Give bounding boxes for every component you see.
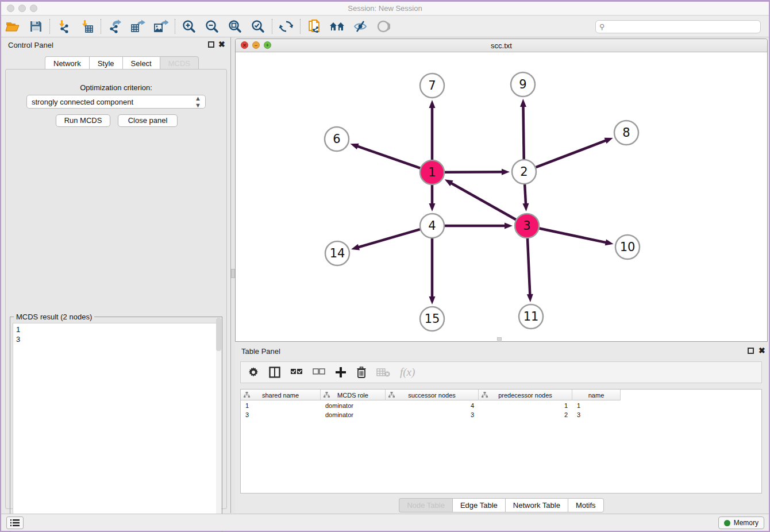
graph-node-14[interactable]: 14 xyxy=(325,241,349,265)
network-window-titlebar[interactable]: ✕ – + scc.txt xyxy=(236,39,767,52)
graph-node-8[interactable]: 8 xyxy=(614,121,638,145)
zoom-selected-icon[interactable] xyxy=(247,18,270,35)
column-header-name[interactable]: name xyxy=(572,390,621,400)
add-column-icon[interactable] xyxy=(335,367,346,378)
save-session-icon[interactable] xyxy=(24,18,47,35)
svg-text:15: 15 xyxy=(425,312,440,326)
graph-node-11[interactable]: 11 xyxy=(519,304,543,329)
svg-text:10: 10 xyxy=(620,240,636,254)
export-image-icon[interactable] xyxy=(149,18,172,35)
mcds-result-scrollbar[interactable] xyxy=(216,318,221,525)
close-panel-icon[interactable]: ✖ xyxy=(218,40,225,48)
table-header-row: shared nameMCDS rolesuccessor nodesprede… xyxy=(241,390,621,400)
table-cell[interactable]: 1 xyxy=(479,402,572,411)
open-file-icon[interactable] xyxy=(1,18,24,35)
svg-text:8: 8 xyxy=(622,126,630,140)
deselect-all-icon[interactable] xyxy=(313,368,325,376)
column-header-MCDS-role[interactable]: MCDS role xyxy=(321,390,386,400)
graph-edge-arrow-1-4 xyxy=(429,203,436,211)
table-cell[interactable]: 1 xyxy=(241,402,321,411)
optimization-criterion-select[interactable]: strongly connected component ▲▼ xyxy=(26,95,206,109)
table-cell[interactable]: 4 xyxy=(386,402,479,411)
tab-network-table[interactable]: Network Table xyxy=(505,498,568,512)
search-box[interactable]: ⚲ xyxy=(595,20,761,33)
zoom-out-icon[interactable] xyxy=(201,18,224,35)
graph-node-2[interactable]: 2 xyxy=(512,160,536,184)
settings-gear-icon[interactable] xyxy=(248,367,259,378)
graph-node-15[interactable]: 15 xyxy=(420,307,444,331)
clone-network-icon[interactable] xyxy=(303,18,326,35)
tab-motifs[interactable]: Motifs xyxy=(568,498,604,512)
graph-edge-1-6[interactable] xyxy=(357,146,420,168)
show-all-icon[interactable] xyxy=(372,18,395,35)
tab-edge-table[interactable]: Edge Table xyxy=(452,498,505,512)
close-table-panel-icon[interactable]: ✖ xyxy=(759,346,765,354)
svg-text:11: 11 xyxy=(523,310,539,323)
network-window-title: scc.txt xyxy=(236,41,767,50)
run-mcds-button[interactable]: Run MCDS xyxy=(56,114,110,127)
close-panel-button[interactable]: Close panel xyxy=(118,114,178,127)
graph-edge-2-8[interactable] xyxy=(536,140,607,167)
zoom-fit-icon[interactable] xyxy=(224,18,247,35)
network-graph[interactable]: 1234678910111415 xyxy=(236,52,767,341)
hide-selected-icon[interactable] xyxy=(349,18,372,35)
float-panel-icon[interactable] xyxy=(208,41,214,48)
main-titlebar: Session: New Session xyxy=(1,2,769,16)
main-toolbar: ⚲ xyxy=(1,16,769,37)
select-all-icon[interactable] xyxy=(290,368,303,376)
toolbar-separator xyxy=(49,19,50,34)
task-history-button[interactable] xyxy=(6,516,24,529)
graph-node-10[interactable]: 10 xyxy=(615,235,640,259)
export-table-icon[interactable] xyxy=(126,18,149,35)
graph-node-6[interactable]: 6 xyxy=(325,127,349,151)
graph-edge-2-3[interactable] xyxy=(525,184,526,205)
export-network-icon[interactable] xyxy=(103,18,126,35)
table-cell[interactable]: 3 xyxy=(572,411,621,420)
column-header-predecessor-nodes[interactable]: predecessor nodes xyxy=(479,390,572,400)
graph-edge-4-14[interactable] xyxy=(358,229,420,248)
panel-splitter[interactable] xyxy=(231,37,235,513)
column-header-successor-nodes[interactable]: successor nodes xyxy=(386,390,479,400)
graph-edge-arrow-2-9 xyxy=(520,99,526,107)
table-row[interactable]: 1dominator411 xyxy=(241,402,621,411)
table-cell[interactable]: 2 xyxy=(479,411,572,420)
column-view-icon[interactable] xyxy=(269,367,280,378)
import-network-icon[interactable] xyxy=(52,18,75,35)
network-canvas[interactable]: 1234678910111415 xyxy=(236,52,767,341)
graph-edge-2-9[interactable] xyxy=(523,106,523,159)
graph-node-1[interactable]: 1 xyxy=(420,160,444,184)
table-toolbar: f(x) xyxy=(240,361,762,383)
table-cell[interactable]: 3 xyxy=(241,411,321,420)
graph-node-9[interactable]: 9 xyxy=(511,72,535,97)
graph-node-4[interactable]: 4 xyxy=(420,214,444,238)
table-row[interactable]: 3dominator323 xyxy=(241,411,621,420)
zoom-in-icon[interactable] xyxy=(178,18,201,35)
first-neighbors-icon[interactable] xyxy=(326,18,349,35)
graph-edge-3-10[interactable] xyxy=(540,229,607,243)
table-cell[interactable]: dominator xyxy=(321,411,386,420)
graph-node-3[interactable]: 3 xyxy=(515,214,539,238)
graph-edge-arrow-3-1 xyxy=(445,179,453,186)
column-header-shared-name[interactable]: shared name xyxy=(241,390,321,400)
mcds-result-text[interactable]: 1 3 xyxy=(13,323,220,531)
graph-node-7[interactable]: 7 xyxy=(420,74,444,98)
float-table-panel-icon[interactable] xyxy=(748,348,754,354)
refresh-icon[interactable] xyxy=(275,18,298,35)
node-table[interactable]: shared nameMCDS rolesuccessor nodesprede… xyxy=(240,389,762,494)
graph-edge-arrow-4-14 xyxy=(351,244,360,250)
memory-button[interactable]: Memory xyxy=(718,516,764,529)
graph-edge-1-2[interactable] xyxy=(445,172,503,172)
tab-node-table[interactable]: Node Table xyxy=(399,498,452,512)
graph-edge-3-1[interactable] xyxy=(451,183,516,219)
session-title: Session: New Session xyxy=(1,4,769,13)
delete-icon[interactable] xyxy=(356,367,367,378)
table-cell[interactable]: dominator xyxy=(321,402,386,411)
table-cell[interactable]: 3 xyxy=(386,411,479,420)
search-input[interactable] xyxy=(607,21,760,32)
graph-edge-3-11[interactable] xyxy=(528,238,530,295)
table-cell[interactable]: 1 xyxy=(572,402,621,411)
import-table-icon[interactable] xyxy=(75,18,98,35)
graph-edge-arrow-3-10 xyxy=(605,240,614,246)
graph-edge-arrow-2-8 xyxy=(605,138,613,144)
network-resize-grip[interactable] xyxy=(497,337,502,341)
